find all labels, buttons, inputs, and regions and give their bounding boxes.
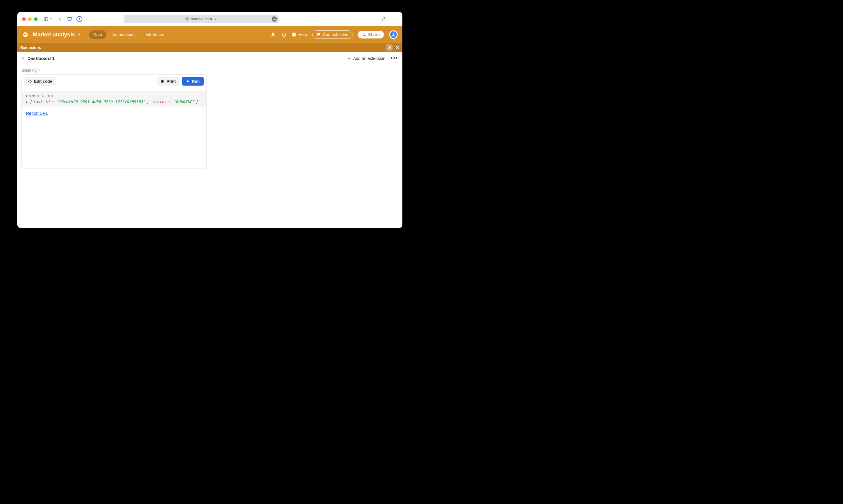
window-controls [22, 17, 38, 21]
help-button[interactable]: ? Help [292, 32, 307, 37]
page-actions-icon[interactable]: ••• [272, 16, 277, 22]
scripting-panel: Edit code Print Run CONSOLE.LOG ▶{task_i… [21, 74, 207, 168]
console-output: CONSOLE.LOG ▶{task_id: "93edfd26-9501-4d… [22, 91, 206, 106]
browser-toolbar: airtable.com ••• [17, 12, 402, 26]
chat-icon [317, 33, 321, 37]
collapse-caret-icon[interactable]: ▼ [21, 57, 24, 60]
svg-point-13 [393, 33, 394, 35]
edit-code-label: Edit code [34, 79, 52, 84]
app-header: Market analysis Data Automations Interfa… [17, 26, 402, 43]
dashboard-header: ▼ Dashboard 1 Add an extension ••• [17, 52, 402, 65]
people-icon [362, 33, 366, 37]
print-button[interactable]: Print [157, 77, 179, 86]
onepassword-icon[interactable] [76, 16, 82, 22]
contact-sales-label: Contact sales [323, 32, 348, 37]
help-icon: ? [292, 32, 296, 37]
window-zoom-icon[interactable] [34, 17, 38, 21]
svg-rect-4 [214, 19, 217, 20]
scripting-toolbar: Edit code Print Run [22, 75, 206, 88]
svg-point-15 [389, 47, 390, 48]
pocket-icon[interactable] [67, 16, 72, 22]
share-icon[interactable] [381, 16, 387, 22]
extension-block-title[interactable]: Scripting [17, 65, 402, 74]
window-close-icon[interactable] [22, 17, 26, 21]
log-val-taskid: "93edfd26-9501-4d56-927e-1272f0f89563" [56, 100, 145, 104]
url-host: airtable.com [191, 17, 212, 21]
window-minimize-icon[interactable] [28, 17, 32, 21]
new-tab-icon[interactable] [392, 16, 398, 22]
log-key-taskid: task_id [33, 100, 50, 104]
contact-sales-button[interactable]: Contact sales [312, 31, 352, 39]
airtable-logo-icon[interactable] [22, 31, 29, 38]
svg-text:?: ? [293, 33, 295, 36]
address-bar[interactable]: airtable.com ••• [124, 15, 279, 23]
svg-rect-2 [79, 18, 80, 20]
log-key-status: status [152, 100, 166, 104]
dashboard-title[interactable]: Dashboard 1 [28, 56, 55, 61]
svg-rect-0 [44, 17, 48, 21]
disclosure-triangle-icon[interactable]: ▶ [26, 100, 28, 104]
play-icon [186, 79, 190, 83]
globe-icon [185, 17, 189, 21]
tab-automations[interactable]: Automations [108, 31, 140, 39]
log-val-status: "RUNNING" [173, 100, 194, 104]
run-label: Run [192, 79, 200, 84]
report-url-link[interactable]: Report URL [26, 111, 48, 116]
scripting-label-text: Scripting [21, 68, 37, 72]
print-label: Print [167, 79, 176, 84]
share-button[interactable]: Share [358, 31, 384, 38]
close-extensions-icon[interactable]: ✕ [396, 45, 399, 50]
edit-code-button[interactable]: Edit code [24, 77, 56, 86]
lock-icon [214, 17, 217, 21]
code-icon [28, 79, 32, 84]
back-button[interactable] [57, 16, 63, 22]
fullscreen-icon[interactable] [386, 44, 393, 51]
base-name-text: Market analysis [33, 31, 75, 38]
person-icon [391, 33, 396, 37]
console-log-line[interactable]: ▶{task_id: "93edfd26-9501-4d56-927e-1272… [26, 100, 202, 104]
caret-down-icon [38, 69, 40, 72]
tab-data[interactable]: Data [89, 31, 107, 39]
dashboard-more-icon[interactable]: ••• [391, 55, 398, 61]
run-button[interactable]: Run [182, 77, 204, 86]
base-name[interactable]: Market analysis [33, 31, 81, 38]
browser-window: airtable.com ••• Market analysis Data Au… [17, 12, 402, 228]
tab-interfaces[interactable]: Interfaces [141, 31, 168, 39]
notifications-icon[interactable] [270, 32, 276, 37]
history-icon[interactable] [281, 32, 286, 37]
extensions-title: Extensions [20, 45, 41, 50]
script-output-body: Report URL [22, 106, 206, 120]
extensions-bar: Extensions ✕ [17, 43, 402, 52]
console-log-label: CONSOLE.LOG [26, 94, 202, 98]
svg-point-11 [363, 33, 364, 35]
nav-tabs: Data Automations Interfaces [89, 31, 168, 39]
account-avatar[interactable] [389, 31, 398, 39]
plus-icon [347, 56, 351, 60]
share-label: Share [368, 32, 380, 37]
sidebar-toggle[interactable] [43, 17, 53, 21]
printer-icon [160, 79, 165, 84]
chevron-down-icon [78, 33, 81, 36]
add-extension-label: Add an extension [353, 56, 385, 61]
add-extension-button[interactable]: Add an extension [347, 56, 385, 61]
svg-point-12 [364, 34, 365, 35]
help-label: Help [298, 32, 307, 37]
